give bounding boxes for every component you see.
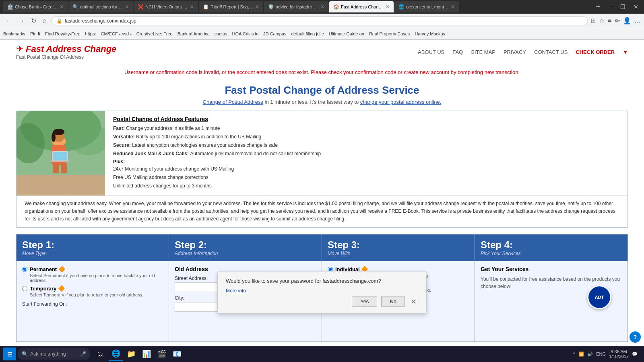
tab-favicon-4: 📋: [203, 4, 209, 10]
svg-point-8: [52, 132, 56, 142]
feature-junk: Reduced Junk Mail & Junk Calls: Automate…: [113, 150, 619, 157]
more-icon[interactable]: …: [634, 17, 641, 25]
site-header: ✈ Fast Address Change Fast Postal Change…: [0, 40, 644, 64]
new-tab-button[interactable]: +: [594, 3, 603, 11]
bookmark-item-10[interactable]: default filing julie: [291, 31, 324, 36]
home-button[interactable]: ⌂: [41, 16, 49, 25]
tab-favicon-3: ❌: [138, 4, 144, 10]
step-1-header: Step 1: Move Type: [17, 234, 169, 261]
tab-favicon-1: 🏦: [7, 4, 13, 10]
nav-about-us[interactable]: ABOUT US: [418, 49, 444, 55]
svg-rect-12: [53, 163, 59, 173]
dialog-yes-button[interactable]: Yes: [352, 296, 377, 307]
tab-title-3: NCH Video Output Option:: [145, 4, 188, 9]
tab-title-1: Chase Bank - Credit Card, M: [15, 4, 58, 9]
edit-icon[interactable]: ✏: [615, 17, 620, 25]
bookmark-item-1[interactable]: Pin It: [30, 31, 40, 36]
page-main-title: Fast Postal Change of Address Service: [0, 80, 644, 99]
permanent-info-icon[interactable]: 🔶: [58, 266, 65, 272]
minimize-button[interactable]: ─: [606, 3, 615, 11]
bookmark-item-11[interactable]: Ultimate Guide on: [329, 31, 364, 36]
bookmark-item-3[interactable]: https:: [85, 31, 96, 36]
restore-button[interactable]: ❐: [618, 3, 628, 11]
window-controls: ─ ❐ ✕: [606, 3, 641, 11]
step-1-col: Step 1: Move Type Permanent 🔶 Select Per…: [16, 234, 169, 342]
tab-close-2[interactable]: ✕: [125, 4, 129, 10]
bookmark-item-13[interactable]: Harvey Mackay |: [415, 31, 448, 36]
bookmark-item-0[interactable]: Bookmarks: [3, 31, 25, 36]
temporary-radio[interactable]: [22, 286, 27, 291]
nav-bar: ← → ↻ ⌂ 🔒 fastaddresschange.com/index.js…: [0, 14, 644, 28]
adt-logo-text: ADT: [595, 295, 604, 300]
dialog-close-button[interactable]: ✕: [409, 297, 418, 306]
tab-close-4[interactable]: ✕: [255, 4, 259, 10]
svg-rect-10: [53, 152, 67, 160]
nav-faq[interactable]: FAQ: [452, 49, 463, 55]
feature-junk-label: Reduced Junk Mail & Junk Calls:: [113, 151, 190, 156]
subtitle-link-1[interactable]: Change of Postal Address: [203, 99, 263, 105]
bookmark-item-12[interactable]: Real Property Cases: [369, 31, 410, 36]
bookmark-item-7[interactable]: cactus: [215, 31, 227, 36]
feature-plus-1: 24x7 Monitoring of your address change w…: [113, 165, 619, 173]
settings-icon[interactable]: ≡: [608, 17, 611, 25]
split-view-icon[interactable]: ⊞: [590, 17, 596, 25]
dialog-no-button[interactable]: No: [381, 296, 405, 307]
help-button[interactable]: ?: [630, 331, 641, 342]
bookmark-item-8[interactable]: HOA Crisis in: [232, 31, 258, 36]
step-4-header: Step 4: Pick Your Services: [475, 234, 627, 261]
address-bar[interactable]: 🔒 fastaddresschange.com/index.jsp: [51, 16, 588, 25]
step-3-header: Step 3: Move With: [322, 234, 475, 261]
browser-tab-7[interactable]: 🌐ocean centre, montagu for:✕: [394, 1, 459, 12]
nav-privacy[interactable]: PRIVACY: [504, 49, 526, 55]
permanent-radio[interactable]: [22, 267, 27, 272]
tab-close-1[interactable]: ✕: [60, 4, 64, 10]
tab-title-7: ocean centre, montagu for:: [406, 4, 449, 9]
subtitle-link-2[interactable]: change your postal address online.: [360, 99, 442, 105]
tab-close-3[interactable]: ✕: [190, 4, 194, 10]
step-4-subtitle: Pick Your Services: [481, 251, 622, 256]
nav-site-map[interactable]: SITE MAP: [471, 49, 495, 55]
nav-contact-us[interactable]: CONTACT US: [534, 49, 568, 55]
tab-favicon-5: 🛡️: [268, 4, 274, 10]
profile-icon[interactable]: 👤: [623, 17, 631, 25]
bookmark-item-4[interactable]: CM/ECF - nvd -: [101, 31, 131, 36]
close-button[interactable]: ✕: [631, 3, 641, 11]
browser-tab-5[interactable]: 🛡️advice for fastaddresschangi✕: [264, 1, 328, 12]
bookmark-item-9[interactable]: JD Campus: [263, 31, 286, 36]
features-plus-label: Plus:: [113, 159, 619, 165]
permanent-label[interactable]: Permanent: [30, 266, 57, 272]
features-content: Postal Change of Address Features Fast: …: [105, 111, 627, 195]
nav-check-order[interactable]: CHECK ORDER: [576, 49, 615, 55]
dialog-more-info-link[interactable]: More info: [226, 288, 418, 294]
temporary-label[interactable]: Temporary: [30, 286, 56, 292]
security-lock-icon: 🔒: [56, 18, 62, 24]
browser-tab-4[interactable]: 📋Ripoff Report | Scams, revie✕: [199, 1, 263, 12]
feature-secure-text: Latest encryption technologies ensures y…: [132, 142, 278, 148]
tab-close-5[interactable]: ✕: [320, 4, 324, 10]
temporary-desc: Select Temporary if you plan to return t…: [30, 292, 143, 297]
step-3-subtitle: Move With: [328, 251, 469, 256]
favorites-icon[interactable]: ☆: [599, 17, 605, 25]
bookmark-item-5[interactable]: CreativeLive: Free: [136, 31, 173, 36]
bookmarks-bar: BookmarksPin ItFind Royalty-Freehttps:CM…: [0, 28, 644, 39]
start-forwarding-label: Start Forwarding On:: [22, 301, 163, 307]
logo-name: Fast Address Change: [26, 44, 116, 54]
forward-button[interactable]: →: [16, 16, 27, 25]
browser-tab-2[interactable]: 🔍optimal settings for youtut✕: [68, 1, 133, 12]
browser-tab-3[interactable]: ❌NCH Video Output Option:✕: [134, 1, 198, 12]
dialog-message: Would you like to save your password for…: [226, 278, 418, 284]
browser-tab-6[interactable]: 🏠Fast Address Change: C✕: [329, 1, 394, 12]
feature-plus-2: Free US Mailing address change correctio…: [113, 174, 619, 181]
error-message: Username or confirmation code is invalid…: [0, 64, 644, 80]
temporary-info-icon[interactable]: 🔶: [58, 285, 65, 292]
refresh-button[interactable]: ↻: [29, 16, 38, 25]
feature-fast-label: Fast:: [113, 125, 126, 131]
bookmark-item-2[interactable]: Find Royalty-Free: [45, 31, 80, 36]
feature-versatile-label: Versatile:: [113, 134, 136, 140]
bookmark-item-6[interactable]: Bank of America: [178, 31, 210, 36]
tab-close-6[interactable]: ✕: [386, 4, 390, 10]
features-img-placeholder: [17, 111, 105, 175]
browser-tab-1[interactable]: 🏦Chase Bank - Credit Card, M✕: [3, 1, 68, 12]
tab-close-7[interactable]: ✕: [451, 4, 455, 10]
back-button[interactable]: ←: [3, 16, 14, 25]
